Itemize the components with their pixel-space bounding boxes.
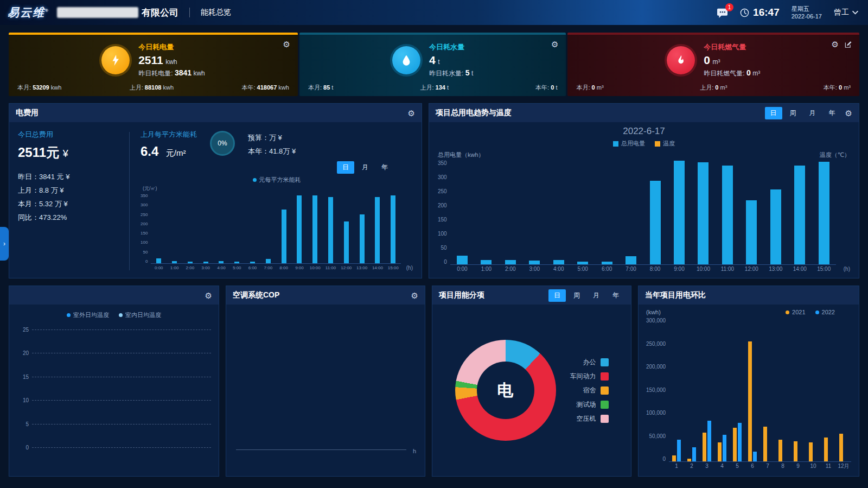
stat-year: 本年: 0 t — [535, 84, 557, 92]
stat-last-month: 上月: 134 t — [420, 84, 449, 92]
gear-icon[interactable]: ⚙ — [408, 109, 415, 117]
chart-bar — [707, 421, 711, 461]
x-axis-label: 7:00 — [260, 264, 276, 272]
fee-bar-chart: 3503002502001501005000:001:002:003:004:0… — [141, 193, 413, 272]
legend-item: 2021 — [786, 309, 805, 315]
top-navbar: 易云维® 有限公司 能耗总览 1 16:47 星期五 2022-06-17 曾工 — [0, 0, 868, 25]
tab-day[interactable]: 日 — [548, 289, 566, 302]
chart-bar — [172, 261, 177, 263]
kpi-footer: 本月: 0 m³ 上月: 0 m³ 本年: 0 m³ — [576, 84, 851, 92]
user-menu[interactable]: 曾工 — [834, 8, 858, 17]
tab-day[interactable]: 日 — [337, 161, 354, 174]
x-axis-label: 12月 — [836, 462, 851, 471]
left-axis-label: 总用电量（kwh） — [438, 151, 484, 159]
legend-item: 元每平方米能耗 — [253, 176, 301, 184]
tab-week[interactable]: 周 — [568, 289, 585, 302]
nav-item-energy-overview[interactable]: 能耗总览 — [201, 8, 231, 17]
bottom-row: ⚙ 室外日均温度 室内日均温度 2520151050 空调系统COP ⚙ h — [9, 286, 859, 477]
chart-bar — [577, 262, 588, 264]
kpi-yesterday: 昨日耗电量: 3841 kwh — [138, 68, 205, 78]
messages-button[interactable]: 1 — [717, 8, 728, 18]
chart-bar — [819, 162, 829, 264]
gear-icon[interactable]: ⚙ — [283, 40, 290, 48]
legend-dot — [253, 178, 257, 182]
x-axis-label: 6 — [745, 462, 760, 471]
gear-icon[interactable]: ⚙ — [832, 40, 839, 48]
panel-header: 项目用能分项 日 周 月 年 — [432, 286, 631, 305]
kpi-footer: 本月: 53209 kwh 上月: 88108 kwh 本年: 418067 k… — [17, 84, 289, 92]
x-axis-label: 7 — [760, 462, 775, 471]
yearly-bar-chart: 300,000250,000200,000150,000100,00050,00… — [646, 318, 851, 471]
panel-title: 当年项目用电环比 — [645, 290, 706, 300]
y-axis: 350300250200150100500 — [141, 193, 151, 272]
stat-year: 本年: 418067 kwh — [241, 84, 289, 92]
weekday: 星期五 — [792, 5, 822, 12]
legend-item[interactable]: 空压机 — [570, 414, 609, 423]
x-axis-unit: (h) — [406, 264, 413, 272]
chart-bar — [672, 455, 676, 461]
gear-icon[interactable]: ⚙ — [205, 291, 212, 300]
chart-bar — [650, 181, 661, 264]
tab-month[interactable]: 月 — [356, 161, 374, 174]
fee-period-tabs: 日 月 年 — [337, 161, 393, 174]
gear-icon[interactable]: ⚙ — [845, 109, 852, 117]
dashboard-main: ⚙ 今日耗电量 2511 kwh 昨日耗电量: 3841 kwh 本月: 532… — [0, 25, 868, 483]
today-fee-label: 今日总费用 — [18, 130, 129, 140]
x-axis-label: 4:00 — [214, 264, 229, 272]
stat-month: 本月: 0 m³ — [576, 84, 603, 92]
legend-item[interactable]: 办公 — [570, 358, 609, 367]
chart-bar — [753, 452, 757, 461]
energy-breakdown-panel: 项目用能分项 日 周 月 年 电 办公 车间动力 宿舍 测试场 — [432, 286, 631, 477]
legend-swatch — [601, 415, 609, 423]
kpi-value: 4 t — [429, 54, 473, 67]
tab-month[interactable]: 月 — [804, 107, 821, 119]
chart-bar — [770, 189, 781, 264]
tab-year[interactable]: 年 — [607, 289, 624, 302]
legend-dot — [815, 310, 819, 314]
temperature-panel: ⚙ 室外日均温度 室内日均温度 2520151050 — [9, 286, 219, 477]
legend-item[interactable]: 测试场 — [570, 400, 609, 409]
legend-item[interactable]: 宿舍 — [570, 386, 609, 395]
chart-bar — [692, 447, 696, 462]
chart-bar — [698, 162, 709, 264]
sidebar-expand-handle[interactable]: › — [0, 227, 9, 261]
chart-bar — [687, 459, 691, 461]
x-axis-label: 4 — [714, 462, 730, 471]
tab-year[interactable]: 年 — [824, 107, 841, 119]
tab-week[interactable]: 周 — [784, 107, 802, 119]
tab-day[interactable]: 日 — [765, 107, 782, 119]
tab-year[interactable]: 年 — [376, 161, 393, 174]
x-axis-label: 5 — [730, 462, 745, 471]
x-axis-label: 2:00 — [499, 265, 522, 274]
chart-bar — [733, 428, 737, 461]
donut-center-label: 电 — [455, 340, 556, 441]
tab-month[interactable]: 月 — [588, 289, 605, 302]
legend-item[interactable]: 车间动力 — [570, 372, 609, 381]
logo-text: 易云维 — [8, 6, 45, 18]
date-display: 星期五 2022-06-17 — [792, 5, 822, 20]
right-axis-label: 温度（℃） — [820, 151, 850, 159]
x-axis-label: 12:00 — [739, 265, 763, 274]
x-axis-label: 9:00 — [292, 264, 308, 272]
current-date: 2022-06-17 — [792, 12, 822, 20]
gear-icon[interactable]: ⚙ — [551, 40, 558, 48]
gear-icon[interactable]: ⚙ — [411, 291, 418, 300]
today-fee-value: 2511元 ¥ — [18, 144, 129, 161]
x-axis-label: 10:00 — [691, 265, 715, 274]
kpi-yesterday: 昨日耗燃气量: 0 m³ — [704, 68, 760, 78]
x-axis-label: 14:00 — [370, 264, 386, 272]
fee-row-last-month: 上月：8.8 万 ¥ — [18, 183, 129, 197]
x-axis-label: 8:00 — [276, 264, 292, 272]
chart-bar — [266, 259, 271, 263]
electricity-fee-panel: 电费用 ⚙ 今日总费用 2511元 ¥ 昨日：3841 元 ¥ 上月：8.8 万… — [9, 103, 422, 278]
chart-bar — [529, 261, 540, 264]
x-axis-label: 11:00 — [323, 264, 339, 272]
hvac-cop-panel: 空调系统COP ⚙ h — [226, 286, 425, 477]
kpi-footer: 本月: 85 t 上月: 134 t 本年: 0 t — [308, 84, 558, 92]
x-axis-label: 12:00 — [339, 264, 354, 272]
legend-item: 室外日均温度 — [67, 311, 109, 319]
energy-breakdown-donut[interactable]: 电 — [455, 340, 556, 441]
edit-icon[interactable] — [844, 41, 852, 48]
yearly-legend: 2021 2022 — [786, 309, 835, 315]
chart-bar — [778, 440, 782, 461]
